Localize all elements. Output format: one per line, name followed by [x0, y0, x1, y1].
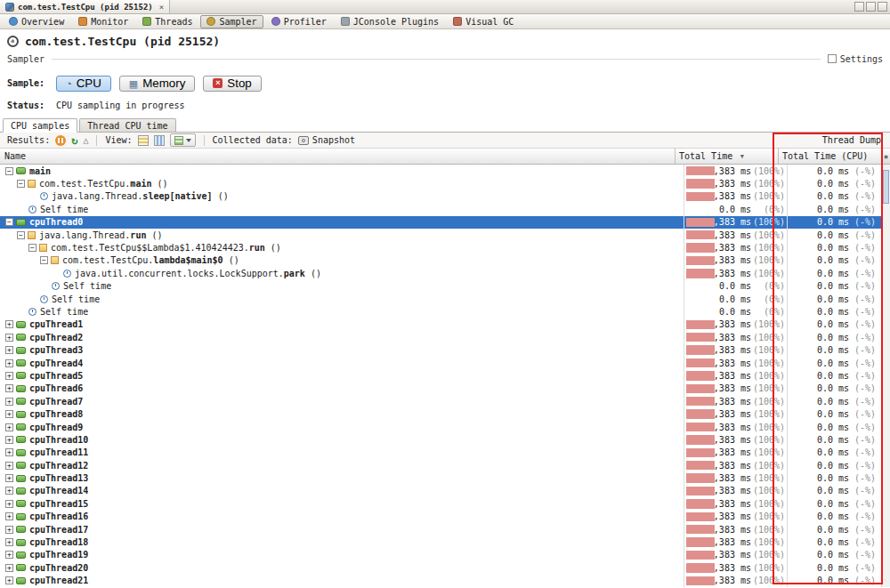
snapshot-button[interactable]: Snapshot [298, 135, 355, 145]
scrollbar-thumb[interactable] [883, 170, 889, 204]
hot-spots-view-icon[interactable] [154, 135, 165, 146]
expand-toggle-icon[interactable]: + [5, 474, 13, 482]
column-header-name[interactable]: Name [0, 151, 675, 161]
cpu-time-value: 0.0 ms [817, 461, 849, 471]
tree-table-row[interactable]: +cpuThread410,383 ms(100%)0.0 ms(-%) [0, 357, 890, 369]
collapse-toggle-icon[interactable]: − [5, 218, 13, 226]
thread-dump-button[interactable]: Thread Dump [822, 135, 881, 145]
tree-table-row[interactable]: −com.test.TestCpu.lambda$main$0 ()10,383… [0, 254, 890, 267]
pause-results-icon[interactable] [55, 135, 66, 146]
expand-toggle-icon[interactable]: + [5, 564, 13, 572]
tab-sampler[interactable]: Sampler [200, 15, 263, 28]
tree-table-row[interactable]: −java.lang.Thread.run ()10,383 ms(100%)0… [0, 229, 890, 241]
tree-table-row[interactable]: −cpuThread010,383 ms(100%)0.0 ms(-%) [0, 216, 890, 229]
tree-table-row[interactable]: +cpuThread110,383 ms(100%)0.0 ms(-%) [0, 318, 890, 331]
tree-table-row[interactable]: +cpuThread310,383 ms(100%)0.0 ms(-%) [0, 343, 890, 356]
tree-table-row[interactable]: +cpuThread1310,383 ms(100%)0.0 ms(-%) [0, 471, 890, 484]
tree-table-row[interactable]: +cpuThread1510,383 ms(100%)0.0 ms(-%) [0, 497, 890, 510]
table-customize-corner-button[interactable]: ▦ [881, 149, 890, 164]
tab-monitor[interactable]: Monitor [72, 15, 134, 28]
expand-toggle-icon[interactable]: + [5, 398, 13, 406]
tree-table-row[interactable]: +cpuThread810,383 ms(100%)0.0 ms(-%) [0, 407, 890, 420]
status-row: Status: CPU sampling in progress [7, 100, 883, 110]
tree-table-row[interactable]: +cpuThread510,383 ms(100%)0.0 ms(-%) [0, 369, 890, 382]
close-tab-icon[interactable]: × [159, 3, 164, 12]
time-bar [686, 333, 715, 342]
tree-table-row[interactable]: +cpuThread910,383 ms(100%)0.0 ms(-%) [0, 421, 890, 433]
tab-cpu-samples[interactable]: CPU samples [3, 118, 77, 133]
expand-toggle-icon[interactable]: + [5, 500, 13, 508]
tree-table-row[interactable]: Self time0.0 ms(0%)0.0 ms(-%) [0, 293, 890, 305]
tree-table-row[interactable]: +cpuThread1010,383 ms(100%)0.0 ms(-%) [0, 433, 890, 446]
cpu-time-percent: (-%) [849, 191, 876, 201]
settings-toggle[interactable]: Settings [828, 54, 883, 64]
tree-table-row[interactable]: +cpuThread1810,383 ms(100%)0.0 ms(-%) [0, 536, 890, 548]
tab-profiler[interactable]: Profiler [265, 15, 333, 28]
total-time-percent: (100%) [751, 166, 785, 176]
settings-checkbox[interactable] [828, 54, 837, 63]
tree-table-row[interactable]: +cpuThread1610,383 ms(100%)0.0 ms(-%) [0, 511, 890, 523]
minimize-button-icon[interactable] [854, 2, 864, 12]
collapse-toggle-icon[interactable]: − [17, 180, 25, 188]
tree-table-row[interactable]: +cpuThread210,383 ms(100%)0.0 ms(-%) [0, 331, 890, 343]
tree-table-row[interactable]: +cpuThread1210,383 ms(100%)0.0 ms(-%) [0, 459, 890, 471]
expand-toggle-icon[interactable]: + [5, 334, 13, 342]
expand-toggle-icon[interactable]: + [5, 538, 13, 546]
vertical-scrollbar[interactable] [881, 165, 890, 587]
expand-toggle-icon[interactable]: + [5, 384, 13, 392]
tree-table-row[interactable]: java.util.concurrent.locks.LockSupport.p… [0, 267, 890, 279]
memory-sample-button[interactable]: Memory [119, 76, 196, 92]
thread-icon [16, 359, 26, 366]
expand-toggle-icon[interactable]: + [5, 551, 13, 559]
expand-toggle-icon[interactable]: + [5, 423, 13, 431]
expand-toggle-icon[interactable]: + [5, 436, 13, 444]
refresh-results-icon[interactable] [71, 135, 77, 146]
collapse-toggle-icon[interactable]: − [5, 167, 13, 175]
collapse-toggle-icon[interactable]: − [28, 244, 36, 252]
close-window-button-icon[interactable] [878, 2, 887, 12]
document-tab[interactable]: com.test.TestCpu (pid 25152) × [0, 0, 170, 13]
tree-table-row[interactable]: +cpuThread2010,383 ms(100%)0.0 ms(-%) [0, 561, 890, 574]
thread-icon [16, 513, 26, 520]
stop-button[interactable]: Stop [203, 76, 261, 92]
expand-toggle-icon[interactable]: + [5, 512, 13, 520]
tree-table-row[interactable]: +cpuThread1410,383 ms(100%)0.0 ms(-%) [0, 485, 890, 497]
tree-table-row[interactable]: java.lang.Thread.sleep[native] ()10,383 … [0, 190, 890, 203]
tree-table-row[interactable]: +cpuThread1110,383 ms(100%)0.0 ms(-%) [0, 447, 890, 459]
expand-toggle-icon[interactable]: + [5, 359, 13, 367]
tree-table-row[interactable]: +cpuThread2110,383 ms(100%)0.0 ms(-%) [0, 575, 890, 587]
tab-threads[interactable]: Threads [136, 15, 198, 28]
delta-results-icon[interactable] [83, 135, 88, 146]
collapse-toggle-icon[interactable]: − [40, 256, 48, 264]
view-combo[interactable] [170, 133, 196, 147]
tree-table-row[interactable]: +cpuThread1910,383 ms(100%)0.0 ms(-%) [0, 549, 890, 561]
tree-table-row[interactable]: +cpuThread710,383 ms(100%)0.0 ms(-%) [0, 395, 890, 407]
cpu-sample-button[interactable]: CPU [56, 76, 111, 92]
expand-toggle-icon[interactable]: + [5, 448, 13, 456]
tree-table-row[interactable]: Self time0.0 ms(0%)0.0 ms(-%) [0, 280, 890, 293]
tab-jconsole-plugins[interactable]: JConsole Plugins [335, 15, 445, 28]
restore-button-icon[interactable] [866, 2, 876, 12]
expand-toggle-icon[interactable]: + [5, 526, 13, 534]
tab-thread-cpu-time[interactable]: Thread CPU time [79, 118, 175, 132]
collapse-toggle-icon[interactable]: − [17, 231, 25, 239]
expand-toggle-icon[interactable]: + [5, 320, 13, 328]
expand-toggle-icon[interactable]: + [5, 462, 13, 470]
expand-toggle-icon[interactable]: + [5, 346, 13, 354]
tree-table-row[interactable]: Self time0.0 ms(0%)0.0 ms(-%) [0, 203, 890, 215]
expand-toggle-icon[interactable]: + [5, 372, 13, 380]
tab-overview[interactable]: Overview [3, 15, 70, 28]
tab-visual-gc[interactable]: Visual GC [447, 15, 520, 28]
tree-table-row[interactable]: −com.test.TestCpu.main ()10,383 ms(100%)… [0, 177, 890, 189]
tree-table-row[interactable]: Self time0.0 ms(0%)0.0 ms(-%) [0, 305, 890, 318]
tree-table-row[interactable]: −com.test.TestCpu$$Lambda$1.410424423.ru… [0, 241, 890, 254]
column-header-total-time[interactable]: Total Time ▼ [675, 149, 778, 164]
tree-table-row[interactable]: +cpuThread610,383 ms(100%)0.0 ms(-%) [0, 383, 890, 395]
expand-toggle-icon[interactable]: + [5, 410, 13, 418]
expand-toggle-icon[interactable]: + [5, 576, 13, 584]
column-header-total-time-cpu[interactable]: Total Time (CPU) [778, 149, 881, 164]
expand-toggle-icon[interactable]: + [5, 487, 13, 495]
tree-table-row[interactable]: +cpuThread1710,383 ms(100%)0.0 ms(-%) [0, 523, 890, 536]
forward-calls-view-icon[interactable] [138, 135, 149, 146]
tree-table-row[interactable]: −main10,383 ms(100%)0.0 ms(-%) [0, 165, 890, 177]
